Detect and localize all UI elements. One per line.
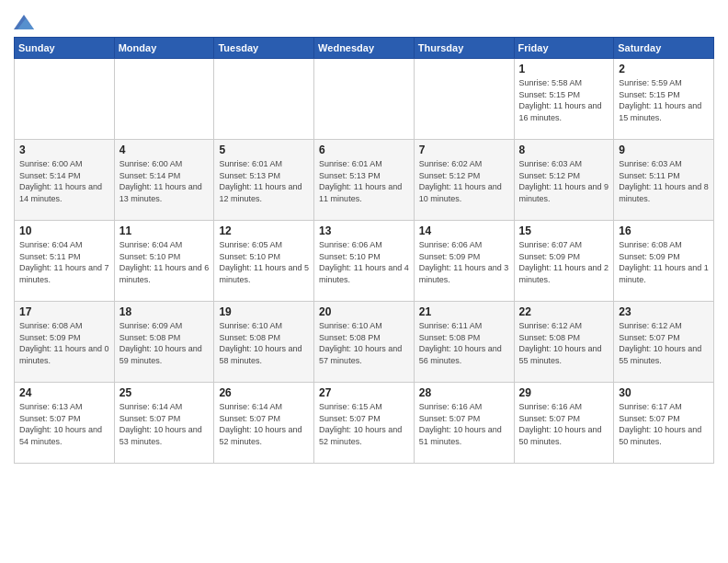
day-number: 3 — [19, 144, 109, 156]
sunrise: Sunrise: 6:02 AM — [419, 159, 483, 168]
daylight: Daylight: 11 hours and 13 minutes. — [119, 182, 202, 203]
sunset: Sunset: 5:14 PM — [19, 171, 81, 180]
daylight: Daylight: 11 hours and 16 minutes. — [519, 101, 602, 122]
sunset: Sunset: 5:11 PM — [19, 252, 81, 261]
sunset: Sunset: 5:09 PM — [419, 252, 481, 261]
day-info: Sunrise: 6:04 AM Sunset: 5:10 PM Dayligh… — [119, 239, 210, 285]
day-cell: 11 Sunrise: 6:04 AM Sunset: 5:10 PM Dayl… — [114, 221, 214, 302]
sunrise: Sunrise: 5:59 AM — [619, 78, 682, 87]
day-cell: 13 Sunrise: 6:06 AM Sunset: 5:10 PM Dayl… — [314, 221, 415, 302]
sunrise: Sunrise: 6:03 AM — [519, 159, 583, 168]
sunrise: Sunrise: 6:00 AM — [19, 159, 83, 168]
day-cell — [15, 59, 115, 140]
sunset: Sunset: 5:07 PM — [119, 414, 181, 423]
day-info: Sunrise: 6:00 AM Sunset: 5:14 PM Dayligh… — [119, 158, 210, 204]
daylight: Daylight: 11 hours and 8 minutes. — [619, 182, 709, 203]
day-number: 28 — [419, 386, 509, 399]
header — [14, 9, 714, 31]
sunset: Sunset: 5:07 PM — [419, 414, 481, 423]
week-row-1: 1 Sunrise: 5:58 AM Sunset: 5:15 PM Dayli… — [15, 59, 714, 140]
day-number: 17 — [19, 305, 109, 318]
day-cell — [114, 59, 214, 140]
sunrise: Sunrise: 6:16 AM — [519, 402, 583, 411]
weekday-header-sunday: Sunday — [15, 38, 115, 59]
daylight: Daylight: 11 hours and 11 minutes. — [319, 182, 402, 203]
day-cell: 3 Sunrise: 6:00 AM Sunset: 5:14 PM Dayli… — [15, 140, 115, 221]
day-info: Sunrise: 6:12 AM Sunset: 5:08 PM Dayligh… — [519, 320, 609, 366]
day-number: 25 — [119, 386, 210, 399]
sunset: Sunset: 5:10 PM — [119, 252, 181, 261]
day-info: Sunrise: 6:08 AM Sunset: 5:09 PM Dayligh… — [19, 320, 109, 366]
sunset: Sunset: 5:09 PM — [519, 252, 581, 261]
page: SundayMondayTuesdayWednesdayThursdayFrid… — [0, 0, 728, 563]
day-cell: 17 Sunrise: 6:08 AM Sunset: 5:09 PM Dayl… — [15, 302, 115, 383]
daylight: Daylight: 10 hours and 51 minutes. — [419, 425, 502, 446]
day-number: 18 — [119, 305, 210, 318]
day-number: 6 — [319, 144, 409, 156]
daylight: Daylight: 11 hours and 3 minutes. — [419, 263, 509, 284]
day-cell: 12 Sunrise: 6:05 AM Sunset: 5:10 PM Dayl… — [214, 221, 314, 302]
sunset: Sunset: 5:08 PM — [419, 333, 481, 342]
daylight: Daylight: 11 hours and 5 minutes. — [219, 263, 309, 284]
sunrise: Sunrise: 6:16 AM — [419, 402, 483, 411]
day-info: Sunrise: 6:06 AM Sunset: 5:09 PM Dayligh… — [419, 239, 509, 285]
day-info: Sunrise: 6:13 AM Sunset: 5:07 PM Dayligh… — [19, 401, 109, 447]
weekday-header-wednesday: Wednesday — [314, 38, 415, 59]
day-cell: 9 Sunrise: 6:03 AM Sunset: 5:11 PM Dayli… — [614, 140, 714, 221]
sunrise: Sunrise: 6:12 AM — [619, 321, 682, 330]
daylight: Daylight: 10 hours and 52 minutes. — [219, 425, 301, 446]
sunrise: Sunrise: 6:14 AM — [119, 402, 183, 411]
day-number: 20 — [319, 305, 409, 318]
daylight: Daylight: 10 hours and 50 minutes. — [619, 425, 701, 446]
day-number: 27 — [319, 386, 409, 399]
day-number: 7 — [419, 144, 509, 156]
sunset: Sunset: 5:09 PM — [19, 333, 81, 342]
sunset: Sunset: 5:11 PM — [619, 171, 680, 180]
day-cell: 23 Sunrise: 6:12 AM Sunset: 5:07 PM Dayl… — [614, 302, 714, 383]
day-number: 16 — [619, 224, 709, 237]
sunrise: Sunrise: 6:04 AM — [19, 240, 83, 249]
daylight: Daylight: 10 hours and 55 minutes. — [519, 344, 602, 365]
daylight: Daylight: 10 hours and 57 minutes. — [319, 344, 402, 365]
sunrise: Sunrise: 5:58 AM — [519, 78, 583, 87]
day-cell: 24 Sunrise: 6:13 AM Sunset: 5:07 PM Dayl… — [15, 383, 115, 464]
day-info: Sunrise: 6:08 AM Sunset: 5:09 PM Dayligh… — [619, 239, 709, 285]
day-info: Sunrise: 6:02 AM Sunset: 5:12 PM Dayligh… — [419, 158, 509, 204]
sunset: Sunset: 5:07 PM — [619, 414, 680, 423]
daylight: Daylight: 10 hours and 56 minutes. — [419, 344, 502, 365]
day-info: Sunrise: 6:16 AM Sunset: 5:07 PM Dayligh… — [519, 401, 609, 447]
weekday-header-thursday: Thursday — [414, 38, 514, 59]
day-number: 23 — [619, 305, 709, 318]
week-row-2: 3 Sunrise: 6:00 AM Sunset: 5:14 PM Dayli… — [15, 140, 714, 221]
daylight: Daylight: 11 hours and 1 minute. — [619, 263, 709, 284]
day-info: Sunrise: 6:09 AM Sunset: 5:08 PM Dayligh… — [119, 320, 210, 366]
daylight: Daylight: 10 hours and 54 minutes. — [19, 425, 102, 446]
day-info: Sunrise: 5:58 AM Sunset: 5:15 PM Dayligh… — [519, 77, 609, 123]
day-info: Sunrise: 6:07 AM Sunset: 5:09 PM Dayligh… — [519, 239, 609, 285]
logo — [14, 9, 36, 31]
day-cell: 29 Sunrise: 6:16 AM Sunset: 5:07 PM Dayl… — [514, 383, 614, 464]
day-info: Sunrise: 6:10 AM Sunset: 5:08 PM Dayligh… — [219, 320, 309, 366]
day-number: 19 — [219, 305, 309, 318]
daylight: Daylight: 10 hours and 50 minutes. — [519, 425, 602, 446]
day-number: 29 — [519, 386, 609, 399]
day-number: 10 — [19, 224, 109, 237]
logo-icon — [14, 13, 34, 31]
daylight: Daylight: 10 hours and 53 minutes. — [119, 425, 202, 446]
day-number: 12 — [219, 224, 309, 237]
sunrise: Sunrise: 6:11 AM — [419, 321, 483, 330]
day-number: 4 — [119, 144, 210, 156]
day-cell: 1 Sunrise: 5:58 AM Sunset: 5:15 PM Dayli… — [514, 59, 614, 140]
day-info: Sunrise: 6:16 AM Sunset: 5:07 PM Dayligh… — [419, 401, 509, 447]
day-info: Sunrise: 5:59 AM Sunset: 5:15 PM Dayligh… — [619, 77, 709, 123]
day-number: 2 — [619, 63, 709, 75]
day-cell: 4 Sunrise: 6:00 AM Sunset: 5:14 PM Dayli… — [114, 140, 214, 221]
sunrise: Sunrise: 6:10 AM — [319, 321, 382, 330]
sunrise: Sunrise: 6:05 AM — [219, 240, 282, 249]
day-cell: 6 Sunrise: 6:01 AM Sunset: 5:13 PM Dayli… — [314, 140, 415, 221]
daylight: Daylight: 11 hours and 4 minutes. — [319, 263, 409, 284]
day-info: Sunrise: 6:14 AM Sunset: 5:07 PM Dayligh… — [119, 401, 210, 447]
sunset: Sunset: 5:07 PM — [319, 414, 381, 423]
calendar-table: SundayMondayTuesdayWednesdayThursdayFrid… — [14, 37, 714, 464]
day-info: Sunrise: 6:00 AM Sunset: 5:14 PM Dayligh… — [19, 158, 109, 204]
